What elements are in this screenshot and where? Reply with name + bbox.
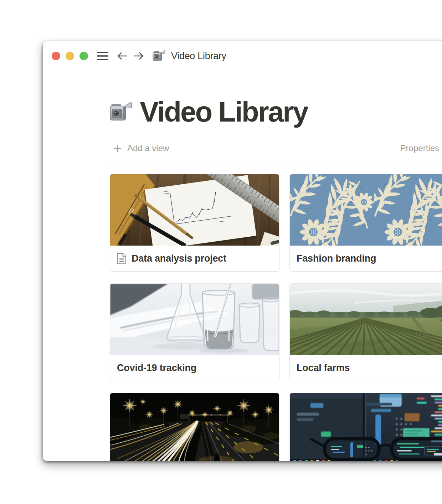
titlebar-title: Video Library <box>171 51 226 62</box>
hamburger-icon[interactable] <box>97 51 109 61</box>
card-cover-image <box>110 393 279 461</box>
gallery-card-fashion-branding[interactable]: Fashion branding <box>289 174 442 272</box>
document-icon <box>117 253 127 264</box>
card-title-row: Covid-19 tracking <box>110 355 279 381</box>
card-cover-image <box>290 174 442 246</box>
card-title: Data analysis project <box>132 253 226 264</box>
card-cover-image <box>110 174 279 246</box>
toolbar-divider <box>110 164 442 164</box>
add-view-button[interactable]: Add a view <box>113 142 169 154</box>
card-cover-image <box>110 284 279 355</box>
card-title: Local farms <box>297 362 350 374</box>
card-title-row: Data analysis project <box>110 246 279 271</box>
card-cover-image <box>290 284 442 355</box>
gallery-card-night-highway[interactable] <box>110 393 279 461</box>
page-title: Video Library <box>140 98 308 126</box>
gallery-card-code-screens[interactable] <box>289 393 442 461</box>
close-button[interactable] <box>52 52 60 60</box>
properties-button[interactable]: Properties <box>400 142 439 154</box>
screenshot-stage: Video Library Video Library Add a view P… <box>0 0 442 504</box>
card-title-row: Local farms <box>290 355 442 381</box>
window-controls <box>52 52 88 60</box>
back-arrow-icon[interactable] <box>117 51 128 61</box>
movie-camera-icon <box>109 100 133 124</box>
zoom-button[interactable] <box>79 52 88 60</box>
page-heading: Video Library <box>109 98 308 126</box>
app-window: Video Library Video Library Add a view P… <box>43 41 442 461</box>
add-view-label: Add a view <box>127 143 169 153</box>
titlebar: Video Library <box>43 41 442 71</box>
card-title: Fashion branding <box>297 253 376 264</box>
gallery-card-local-farms[interactable]: Local farms <box>289 283 442 381</box>
properties-label: Properties <box>400 143 439 153</box>
minimize-button[interactable] <box>66 52 74 60</box>
gallery-card-data-analysis[interactable]: Data analysis project <box>110 174 279 272</box>
card-title: Covid-19 tracking <box>117 362 196 374</box>
gallery-grid: Data analysis project <box>110 174 442 461</box>
plus-icon <box>113 144 122 153</box>
card-cover-image <box>290 393 442 461</box>
movie-camera-icon <box>152 49 166 63</box>
gallery-card-covid-tracking[interactable]: Covid-19 tracking <box>110 283 279 381</box>
forward-arrow-icon[interactable] <box>133 51 144 61</box>
card-title-row: Fashion branding <box>290 246 442 271</box>
